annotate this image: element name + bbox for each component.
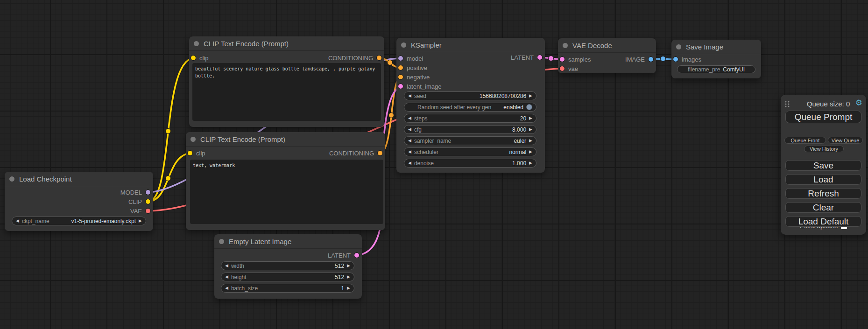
latent-image-input-port[interactable]: [398, 84, 403, 89]
decrement-arrow-icon[interactable]: ◀: [225, 286, 228, 290]
clip-output-port[interactable]: [146, 199, 150, 204]
model-input-port[interactable]: [398, 56, 403, 61]
decrement-arrow-icon[interactable]: ◀: [408, 161, 411, 165]
slot-label: latent_image: [407, 83, 441, 90]
collapse-dot-icon[interactable]: [9, 176, 14, 182]
decrement-arrow-icon[interactable]: ◀: [408, 127, 411, 132]
decrement-arrow-icon[interactable]: ◀: [408, 150, 411, 154]
batch-size-widget[interactable]: ◀ batch_size 1 ▶: [221, 284, 354, 293]
node-title-bar[interactable]: Load Checkpoint: [5, 172, 153, 186]
slot-label: samples: [568, 56, 591, 63]
seed-widget[interactable]: ◀ seed 156680208700286 ▶: [404, 91, 536, 100]
node-load-checkpoint: Load Checkpoint MODEL CLIP VAE ◀ ckpt_na…: [5, 172, 153, 231]
widget-value: enabled: [503, 104, 523, 111]
decrement-arrow-icon[interactable]: ◀: [225, 264, 228, 268]
widget-value: 20: [520, 115, 526, 122]
sampler-name-widget[interactable]: ◀ sampler_name euler ▶: [404, 136, 536, 145]
width-widget[interactable]: ◀ width 512 ▶: [221, 261, 354, 270]
increment-arrow-icon[interactable]: ▶: [529, 139, 532, 143]
save-button[interactable]: Save: [785, 160, 861, 171]
widget-value: v1-5-pruned-emaonly.ckpt: [71, 218, 136, 224]
negative-prompt-textarea[interactable]: text, watermark: [190, 160, 383, 224]
queue-prompt-button[interactable]: Queue Prompt: [785, 111, 861, 123]
widget-label: ckpt_name: [22, 218, 49, 224]
node-graph-canvas[interactable]: Load Checkpoint MODEL CLIP VAE ◀ ckpt_na…: [0, 0, 868, 329]
image-output-port[interactable]: [649, 57, 653, 62]
conditioning-output-port[interactable]: [378, 151, 382, 155]
refresh-button[interactable]: Refresh: [785, 188, 861, 199]
height-widget[interactable]: ◀ height 512 ▶: [221, 273, 354, 281]
decrement-arrow-icon[interactable]: ◀: [408, 116, 411, 120]
toggle-circle-icon[interactable]: [526, 104, 532, 110]
node-title-bar[interactable]: CLIP Text Encode (Prompt): [189, 36, 384, 51]
increment-arrow-icon[interactable]: ▶: [529, 150, 532, 154]
node-save-image: Save Image images filename_prefix ComfyU…: [671, 40, 761, 78]
increment-arrow-icon[interactable]: ▶: [347, 275, 350, 279]
output-slot-conditioning: CONDITIONING: [328, 54, 381, 62]
widget-label: filename_prefix: [688, 66, 720, 73]
link-midpoint-dot: [166, 176, 171, 181]
collapse-dot-icon[interactable]: [194, 41, 199, 46]
random-seed-toggle-widget[interactable]: Random seed after every gen enabled: [404, 103, 536, 112]
clip-input-port[interactable]: [188, 151, 192, 155]
model-output-port[interactable]: [146, 190, 150, 195]
node-title-bar[interactable]: Save Image: [671, 40, 761, 54]
steps-widget[interactable]: ◀ steps 20 ▶: [404, 114, 536, 123]
samples-input-port[interactable]: [560, 57, 565, 62]
vae-output-port[interactable]: [146, 209, 150, 213]
conditioning-output-port[interactable]: [377, 56, 381, 60]
node-title-bar[interactable]: VAE Decode: [558, 38, 656, 53]
vae-input-port[interactable]: [560, 66, 565, 71]
node-title-bar[interactable]: KSampler: [396, 38, 545, 52]
widget-value: ComfyUI: [723, 66, 745, 73]
queue-front-button[interactable]: Queue Front: [784, 137, 826, 144]
settings-gear-icon[interactable]: ⚙: [855, 98, 862, 108]
decrement-arrow-icon[interactable]: ◀: [408, 139, 411, 143]
widget-label: sampler_name: [414, 138, 451, 144]
collapse-dot-icon[interactable]: [191, 137, 196, 142]
collapse-dot-icon[interactable]: [676, 44, 681, 49]
filename-prefix-widget[interactable]: filename_prefix ComfyUI: [677, 65, 755, 73]
slot-label: model: [407, 55, 423, 62]
slot-label: CONDITIONING: [329, 150, 374, 157]
node-title-bar[interactable]: Empty Latent Image: [214, 234, 362, 249]
view-queue-button[interactable]: View Queue: [828, 137, 863, 144]
node-clip-text-encode-positive: CLIP Text Encode (Prompt) clip CONDITION…: [189, 36, 384, 127]
load-default-button[interactable]: Load Default: [785, 216, 861, 227]
positive-input-port[interactable]: [398, 65, 403, 70]
increment-arrow-icon[interactable]: ▶: [529, 161, 532, 165]
queue-size-label: Queue size: 0: [790, 100, 866, 108]
node-title-bar[interactable]: CLIP Text Encode (Prompt): [186, 132, 385, 147]
widget-value: 1.000: [512, 160, 526, 167]
scheduler-widget[interactable]: ◀ scheduler normal ▶: [404, 147, 536, 156]
cfg-widget[interactable]: ◀ cfg 8.000 ▶: [404, 125, 536, 134]
load-button[interactable]: Load: [785, 174, 861, 185]
collapse-dot-icon[interactable]: [219, 239, 224, 244]
increment-arrow-icon[interactable]: ▶: [529, 116, 532, 120]
positive-prompt-textarea[interactable]: beautiful scenery nature glass bottle la…: [192, 63, 381, 121]
ckpt-name-widget[interactable]: ◀ ckpt_name v1-5-pruned-emaonly.ckpt ▶: [12, 217, 146, 225]
negative-input-port[interactable]: [398, 75, 403, 79]
view-history-button[interactable]: View History: [804, 146, 844, 152]
node-title: Empty Latent Image: [229, 238, 291, 245]
clip-input-port[interactable]: [191, 56, 196, 60]
decrement-arrow-icon[interactable]: ◀: [16, 219, 19, 223]
increment-arrow-icon[interactable]: ▶: [347, 286, 350, 290]
increment-arrow-icon[interactable]: ▶: [529, 94, 532, 98]
decrement-arrow-icon[interactable]: ◀: [408, 94, 411, 98]
decrement-arrow-icon[interactable]: ◀: [225, 275, 228, 279]
widget-value: 512: [335, 263, 344, 269]
denoise-widget[interactable]: ◀ denoise 1.000 ▶: [404, 159, 536, 168]
latent-output-port[interactable]: [537, 55, 542, 60]
drag-handle-icon[interactable]: [784, 100, 790, 107]
images-input-port[interactable]: [673, 57, 678, 62]
increment-arrow-icon[interactable]: ▶: [347, 264, 350, 268]
collapse-dot-icon[interactable]: [401, 42, 406, 48]
collapse-dot-icon[interactable]: [563, 43, 568, 48]
increment-arrow-icon[interactable]: ▶: [139, 219, 142, 223]
node-title: CLIP Text Encode (Prompt): [200, 135, 285, 143]
latent-output-port[interactable]: [354, 253, 359, 258]
increment-arrow-icon[interactable]: ▶: [529, 127, 532, 132]
clear-button[interactable]: Clear: [785, 202, 861, 213]
node-ksampler: KSampler model positive negative latent_…: [396, 38, 545, 173]
